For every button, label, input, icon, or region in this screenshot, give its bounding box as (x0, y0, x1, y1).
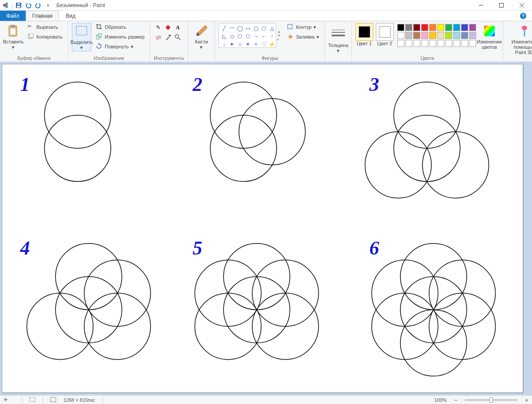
eraser-tool[interactable] (154, 33, 163, 42)
shape-rect-icon[interactable]: ▭ (244, 25, 251, 32)
color-swatch[interactable] (453, 24, 460, 31)
fill-button[interactable]: Заливка ▾ (285, 33, 321, 41)
color-swatch[interactable] (397, 32, 404, 39)
color-swatch[interactable] (421, 24, 428, 31)
color-swatch[interactable] (461, 32, 468, 39)
color-swatch[interactable] (445, 24, 452, 31)
shape-curve-icon[interactable]: 〰 (228, 25, 235, 32)
redo-icon[interactable] (34, 1, 42, 9)
shape-heart-icon[interactable]: ♡ (260, 41, 267, 48)
magnifier-tool[interactable] (173, 33, 182, 42)
minimize-button[interactable] (471, 0, 491, 11)
zoom-in-button[interactable]: + (525, 396, 528, 404)
color-swatch[interactable] (421, 32, 428, 39)
shape-arrowl-icon[interactable]: ← (260, 33, 267, 40)
pencil-tool[interactable]: ✎ (154, 23, 163, 32)
color-swatch[interactable] (421, 40, 428, 47)
shape-diamond-icon[interactable]: ◇ (228, 33, 235, 40)
shape-triangle-icon[interactable]: △ (268, 25, 275, 32)
color-swatch[interactable] (461, 40, 468, 47)
undo-icon[interactable] (24, 1, 32, 9)
color-swatch[interactable] (405, 24, 412, 31)
group-paint3d: Изменить с помощью Paint 3D (503, 21, 532, 62)
close-button[interactable] (512, 0, 532, 11)
color-swatch[interactable] (429, 32, 436, 39)
shape-oval-icon[interactable]: ◯ (236, 25, 243, 32)
workspace[interactable]: 1 2 3 4 5 6 (0, 62, 532, 395)
outline-button[interactable]: Контур ▾ (285, 23, 321, 31)
svg-point-0 (3, 4, 6, 7)
zoom-out-button[interactable]: − (454, 396, 458, 404)
shape-callout-icon[interactable]: ✧ (252, 41, 259, 48)
shape-pentagon-icon[interactable]: ⬠ (236, 33, 243, 40)
color-swatch[interactable] (413, 32, 420, 39)
shape-lightning-icon[interactable]: ⚡ (268, 41, 275, 48)
color-swatch[interactable] (397, 24, 404, 31)
group-clipboard: Вставить▾ ✂Вырезать Копировать Буфер обм… (0, 21, 68, 62)
shape-line-icon[interactable]: ╱ (220, 25, 227, 32)
color-swatch[interactable] (405, 40, 412, 47)
color-swatch[interactable] (445, 32, 452, 39)
brushes-button[interactable]: Кисти▾ (192, 23, 211, 51)
svg-rect-4 (17, 6, 20, 8)
fill-tool[interactable] (164, 23, 172, 32)
color-swatch[interactable] (445, 40, 452, 47)
shape-star4-icon[interactable]: ✦ (228, 41, 235, 48)
paint3d-button[interactable]: Изменить с помощью Paint 3D (507, 23, 532, 56)
color-swatch[interactable] (469, 32, 476, 39)
color-swatch[interactable] (429, 40, 436, 47)
shape-arrowu-icon[interactable]: ↑ (268, 33, 275, 40)
shape-star5-icon[interactable]: ☆ (236, 41, 243, 48)
tab-home[interactable]: Главная (26, 11, 59, 21)
color2-well[interactable] (376, 23, 394, 41)
shapes-expand-icon[interactable]: ▾ (277, 38, 281, 42)
copy-button[interactable]: Копировать (26, 33, 64, 41)
shape-arrowd-icon[interactable]: ↓ (220, 41, 227, 48)
color-swatch[interactable] (453, 32, 460, 39)
color-swatch[interactable] (397, 40, 404, 47)
color-swatch[interactable] (413, 40, 420, 47)
shape-arrowr-icon[interactable]: → (252, 33, 259, 40)
shapes-scroll-up-icon[interactable]: ▲ (277, 30, 281, 34)
select-button[interactable]: Выделить▾ (72, 23, 91, 51)
shapes-scroll-down-icon[interactable]: ▼ (277, 34, 281, 38)
rotate-button[interactable]: Повернуть ▾ (94, 43, 146, 51)
save-icon[interactable] (15, 1, 23, 9)
color-swatch[interactable] (461, 24, 468, 31)
shape-roundrect-icon[interactable]: ▢ (252, 25, 259, 32)
shape-star6-icon[interactable]: ✶ (244, 41, 251, 48)
edit-colors-button[interactable]: Изменение цветов (480, 23, 499, 51)
tab-view[interactable]: Вид (59, 11, 82, 21)
color-swatch[interactable] (405, 32, 412, 39)
help-icon[interactable]: ? (520, 11, 527, 21)
shape-rtriangle-icon[interactable]: ◺ (220, 33, 227, 40)
color-swatch[interactable] (429, 24, 436, 31)
paste-button[interactable]: Вставить▾ (4, 23, 23, 51)
shape-polygon-icon[interactable]: ⬠ (260, 25, 267, 32)
svg-rect-20 (156, 35, 160, 39)
color-swatch[interactable] (437, 24, 444, 31)
zoom-slider[interactable] (465, 399, 518, 401)
shape-hexagon-icon[interactable]: ⬡ (244, 33, 251, 40)
resize-button[interactable]: Изменить размер (94, 33, 146, 41)
maximize-button[interactable] (491, 0, 512, 11)
shapes-gallery[interactable]: ╱ 〰 ◯ ▭ ▢ ⬠ △ ◺ ◇ ⬠ ⬡ → ← ↑ ↓ ✦ ☆ (219, 23, 276, 48)
cut-button[interactable]: ✂Вырезать (26, 23, 64, 31)
color1-well[interactable] (356, 23, 373, 41)
color-swatch[interactable] (453, 40, 460, 47)
zoom-level: 100% (434, 397, 446, 403)
color-swatch[interactable] (437, 32, 444, 39)
crop-button[interactable]: Обрезать (94, 23, 146, 31)
statusbar: ✛ 1268 × 815пкс 100% − + (0, 395, 532, 404)
color-swatch[interactable] (437, 40, 444, 47)
file-menu[interactable]: Файл (0, 11, 26, 21)
color-swatch[interactable] (469, 24, 476, 31)
picker-tool[interactable] (164, 33, 172, 42)
canvas[interactable]: 1 2 3 4 5 6 (2, 64, 523, 393)
text-tool[interactable]: A (173, 23, 182, 32)
group-brushes: Кисти▾ (188, 21, 215, 62)
thickness-button[interactable]: Толщина▾ (329, 23, 348, 54)
color-swatch[interactable] (469, 40, 476, 47)
color-swatch[interactable] (413, 24, 420, 31)
qat-dropdown-icon[interactable]: ▾ (44, 1, 52, 9)
